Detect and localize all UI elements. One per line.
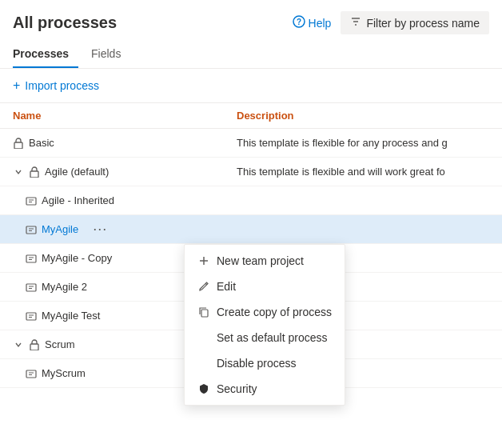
filter-button[interactable]: Filter by process name xyxy=(341,11,489,34)
menu-item-set-default[interactable]: Set as default process xyxy=(185,325,345,350)
chevron-down-icon xyxy=(13,339,24,350)
import-process-button[interactable]: + Import process xyxy=(13,75,99,96)
shield-icon xyxy=(197,382,210,395)
process-icon xyxy=(26,310,37,322)
menu-label: Edit xyxy=(217,280,236,293)
menu-label: Set as default process xyxy=(217,331,328,344)
process-icon xyxy=(26,253,37,264)
lock-icon xyxy=(13,138,24,149)
process-desc: This template is flexible for any proces… xyxy=(237,137,489,149)
process-desc: This template is flexible and will work … xyxy=(237,166,489,178)
page-title: All processes xyxy=(13,14,117,32)
process-name: Scrum xyxy=(45,338,75,350)
header-right: ? Help Filter by process name xyxy=(293,11,489,34)
copy-icon xyxy=(197,306,210,318)
filter-label: Filter by process name xyxy=(366,17,480,30)
svg-rect-26 xyxy=(26,370,36,378)
svg-rect-15 xyxy=(201,310,208,317)
menu-label: Create copy of process xyxy=(217,306,332,318)
menu-item-security[interactable]: Security xyxy=(185,376,345,402)
svg-rect-16 xyxy=(26,255,36,262)
filter-icon xyxy=(350,16,361,30)
col-desc-header: Description xyxy=(237,110,489,122)
table-row[interactable]: MyAgile ··· New team project xyxy=(0,215,502,244)
context-menu: New team project Edit xyxy=(184,244,345,406)
process-name: MyAgile Test xyxy=(42,310,100,322)
process-name-col: Agile - Inherited xyxy=(26,194,249,206)
process-name: MyAgile - Copy xyxy=(42,252,112,264)
col-name-header: Name xyxy=(13,110,237,122)
svg-rect-6 xyxy=(30,171,38,178)
process-name: Agile - Inherited xyxy=(42,194,114,206)
process-name-col: MyAgile ··· xyxy=(26,221,249,238)
menu-item-edit[interactable]: Edit xyxy=(185,274,345,299)
menu-item-new-team-project[interactable]: New team project xyxy=(185,248,345,274)
process-icon xyxy=(26,282,37,293)
pencil-icon xyxy=(197,280,210,293)
process-name: Basic xyxy=(29,137,54,149)
help-link[interactable]: ? Help xyxy=(293,15,332,30)
process-name-link[interactable]: MyAgile xyxy=(42,223,78,235)
ellipsis-button[interactable]: ··· xyxy=(90,221,110,238)
table-row[interactable]: Basic This template is flexible for any … xyxy=(0,129,502,158)
svg-rect-19 xyxy=(26,284,36,291)
tab-processes[interactable]: Processes xyxy=(13,41,78,68)
menu-item-create-copy[interactable]: Create copy of process xyxy=(185,299,345,325)
svg-rect-7 xyxy=(26,198,36,205)
process-name: Agile (default) xyxy=(45,166,109,178)
table-row[interactable]: Agile (default) This template is flexibl… xyxy=(0,158,502,186)
plus-icon xyxy=(197,254,210,267)
chevron-down-icon xyxy=(13,166,24,178)
process-icon xyxy=(26,224,37,235)
help-label: Help xyxy=(309,17,332,30)
menu-label: New team project xyxy=(217,254,304,267)
process-icon xyxy=(26,368,37,379)
table-row[interactable]: Agile - Inherited xyxy=(0,186,502,215)
process-name: MyAgile 2 xyxy=(42,281,87,293)
menu-item-disable[interactable]: Disable process xyxy=(185,350,345,376)
toolbar: + Import process xyxy=(0,69,502,103)
process-name-col: Agile (default) xyxy=(13,166,237,178)
svg-rect-5 xyxy=(14,142,22,149)
table-header: Name Description xyxy=(0,103,502,129)
process-name: MyScrum xyxy=(42,367,86,379)
svg-rect-22 xyxy=(26,313,36,320)
lock-icon xyxy=(29,339,40,350)
tab-fields[interactable]: Fields xyxy=(91,41,130,68)
svg-text:?: ? xyxy=(297,18,301,26)
tabs: Processes Fields xyxy=(0,41,502,69)
header: All processes ? Help xyxy=(0,0,502,41)
table-body: Basic This template is flexible for any … xyxy=(0,129,502,388)
svg-rect-25 xyxy=(30,344,38,350)
help-circle-icon: ? xyxy=(293,15,305,30)
process-name-col: Basic xyxy=(13,137,237,149)
menu-label: Disable process xyxy=(217,357,297,370)
process-icon xyxy=(26,195,37,206)
menu-label: Security xyxy=(217,382,257,395)
lock-icon xyxy=(29,166,40,178)
svg-rect-10 xyxy=(26,226,36,234)
plus-icon: + xyxy=(13,78,20,93)
page-container: All processes ? Help xyxy=(0,0,502,388)
